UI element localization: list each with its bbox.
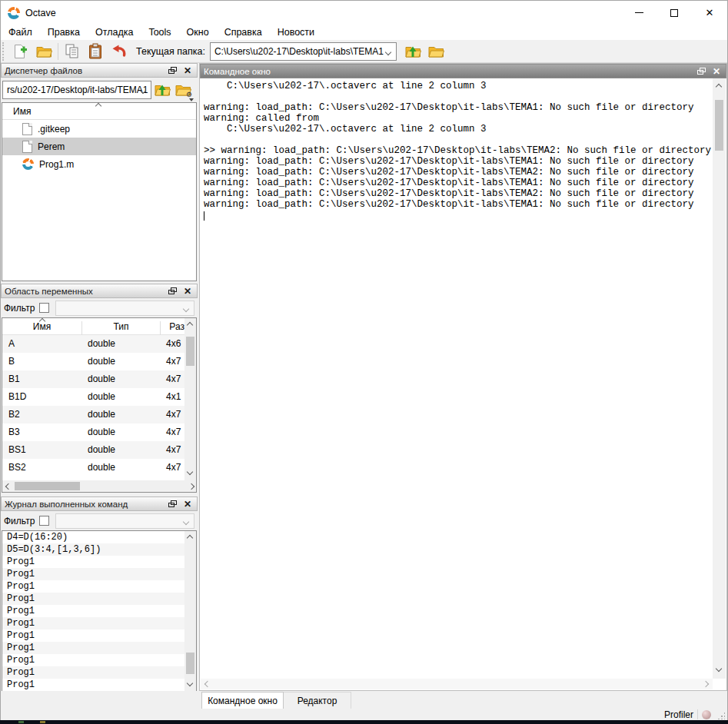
tab-editor[interactable]: Редактор xyxy=(284,692,351,709)
undock-icon[interactable] xyxy=(168,67,177,75)
open-file-button[interactable] xyxy=(32,42,55,61)
column-name: Имя xyxy=(2,321,81,332)
file-browser-path-combobox[interactable]: rs/u202-17/Desktop/it-labs/TEMA1 xyxy=(2,81,151,99)
menu-window[interactable]: Окно xyxy=(179,25,217,40)
scroll-left-icon[interactable] xyxy=(204,681,211,687)
scroll-right-icon[interactable] xyxy=(188,483,194,490)
scroll-up-icon[interactable] xyxy=(187,322,193,328)
scroll-down-icon[interactable] xyxy=(187,469,193,475)
menu-edit[interactable]: Правка xyxy=(40,25,88,40)
new-script-button[interactable] xyxy=(9,42,32,61)
scroll-left-icon[interactable] xyxy=(5,483,12,490)
scroll-up-icon[interactable] xyxy=(187,535,193,541)
workspace-panel: Область переменных ✕ Фильтр Имя Тип Раз … xyxy=(1,284,198,493)
command-window-horizontal-scrollbar[interactable] xyxy=(201,679,713,689)
copy-icon xyxy=(64,43,81,60)
dir-up-button[interactable] xyxy=(401,42,424,61)
history-item[interactable]: Prog1 xyxy=(2,617,184,629)
console-line: C:\Users\u202-17\.octaverc at line 2 col… xyxy=(204,124,713,135)
maximize-button[interactable] xyxy=(657,1,692,25)
paste-button[interactable] xyxy=(84,42,107,61)
history-item[interactable]: Prog1 xyxy=(2,666,184,679)
history-item[interactable]: Prog1 xyxy=(2,605,184,617)
history-item[interactable]: Prog1 xyxy=(2,580,184,593)
table-row[interactable]: Bdouble4x7 xyxy=(2,353,184,370)
var-size: 4x7 xyxy=(166,406,181,423)
toolbar-drag-handle[interactable] xyxy=(2,42,7,61)
scrollbar-thumb[interactable] xyxy=(186,653,194,674)
history-item[interactable]: Prog1 xyxy=(2,593,184,605)
chevron-down-icon xyxy=(385,48,391,55)
panel-close-icon[interactable]: ✕ xyxy=(184,287,191,296)
command-window-console[interactable]: C:\Users\u202-17\.octaverc at line 2 col… xyxy=(201,78,713,665)
workspace-horizontal-scrollbar[interactable] xyxy=(2,480,197,492)
file-row-perem[interactable]: Perem xyxy=(2,138,196,155)
filter-combobox[interactable] xyxy=(55,513,194,529)
tab-command-window[interactable]: Командное окно xyxy=(201,692,284,709)
history-title-bar: Журнал выполненных команд ✕ xyxy=(1,497,198,511)
folder-up-icon xyxy=(404,43,421,60)
current-dir-combobox[interactable]: C:\Users\u202-17\Desktop\it-labs\TEMA1 xyxy=(210,42,397,61)
workspace-table-header[interactable]: Имя Тип Раз xyxy=(2,318,196,335)
scroll-right-icon[interactable] xyxy=(703,681,709,687)
file-list-header[interactable]: Имя xyxy=(2,103,196,120)
menu-debug[interactable]: Отладка xyxy=(88,25,141,40)
history-item[interactable]: D5=D(3:4,[1,3,6]) xyxy=(2,543,184,556)
scrollbar-thumb[interactable] xyxy=(715,100,723,151)
undo-button[interactable] xyxy=(107,42,130,61)
var-size: 4x7 xyxy=(166,423,181,441)
fb-actions-button[interactable]: ⚙ xyxy=(172,80,193,100)
panel-close-icon[interactable]: ✕ xyxy=(184,66,191,75)
history-item[interactable]: Prog1 xyxy=(2,679,184,691)
table-row[interactable]: BS1double4x7 xyxy=(2,441,184,459)
table-row[interactable]: B3double4x7 xyxy=(2,423,184,441)
table-row[interactable]: B2double4x7 xyxy=(2,406,184,423)
filter-checkbox[interactable] xyxy=(39,303,49,313)
menu-file[interactable]: Файл xyxy=(1,25,40,40)
table-row[interactable]: BS2double4x7 xyxy=(2,459,184,477)
history-item[interactable]: Prog1 xyxy=(2,654,184,666)
undock-icon[interactable] xyxy=(168,500,177,508)
filter-checkbox[interactable] xyxy=(39,516,49,526)
history-item[interactable]: Prog1 xyxy=(2,568,184,580)
browse-dir-button[interactable] xyxy=(424,42,447,61)
gear-icon: ⚙ xyxy=(186,91,192,98)
close-button[interactable]: ✕ xyxy=(692,1,727,25)
resize-grip[interactable] xyxy=(717,712,725,719)
history-item[interactable]: D4=D(16:20) xyxy=(2,531,184,543)
history-item[interactable]: Prog1 xyxy=(2,556,184,568)
file-row-gitkeep[interactable]: .gitkeep xyxy=(2,120,196,138)
history-item[interactable]: Prog1 xyxy=(2,629,184,642)
var-type: double xyxy=(88,388,115,406)
scrollbar-thumb[interactable] xyxy=(186,337,194,366)
command-window-vertical-scrollbar[interactable] xyxy=(713,78,726,679)
history-vertical-scrollbar[interactable] xyxy=(184,531,196,692)
panel-close-icon[interactable]: ✕ xyxy=(713,67,720,76)
filter-combobox[interactable] xyxy=(55,301,194,316)
undock-icon[interactable] xyxy=(168,287,177,295)
table-row[interactable]: B1Ddouble4x1 xyxy=(2,388,184,406)
history-item[interactable]: Prog1 xyxy=(2,642,184,654)
scroll-up-icon[interactable] xyxy=(716,84,722,90)
minimize-button[interactable] xyxy=(621,1,657,25)
file-row-prog1[interactable]: Prog1.m xyxy=(2,155,196,173)
var-type: double xyxy=(88,353,115,370)
scroll-down-icon[interactable] xyxy=(716,666,722,672)
panel-close-icon[interactable]: ✕ xyxy=(184,500,191,509)
close-icon: ✕ xyxy=(706,8,714,18)
menu-tools[interactable]: Tools xyxy=(141,25,178,40)
menu-news[interactable]: Новости xyxy=(270,25,322,40)
undock-icon[interactable] xyxy=(697,68,706,75)
var-name: BS1 xyxy=(8,441,26,459)
var-type: double xyxy=(88,441,115,459)
scroll-down-icon[interactable] xyxy=(187,680,193,686)
table-row[interactable]: Adouble4x6 xyxy=(2,335,184,353)
table-row[interactable]: B1double4x7 xyxy=(2,370,184,388)
toolbar-separator xyxy=(58,43,58,60)
profiler-status-icon[interactable] xyxy=(702,710,711,719)
copy-button[interactable] xyxy=(61,42,84,61)
workspace-vertical-scrollbar[interactable] xyxy=(184,318,196,480)
menu-help[interactable]: Справка xyxy=(217,25,270,40)
scrollbar-thumb[interactable] xyxy=(15,482,80,490)
fb-dir-up-button[interactable] xyxy=(151,80,172,100)
